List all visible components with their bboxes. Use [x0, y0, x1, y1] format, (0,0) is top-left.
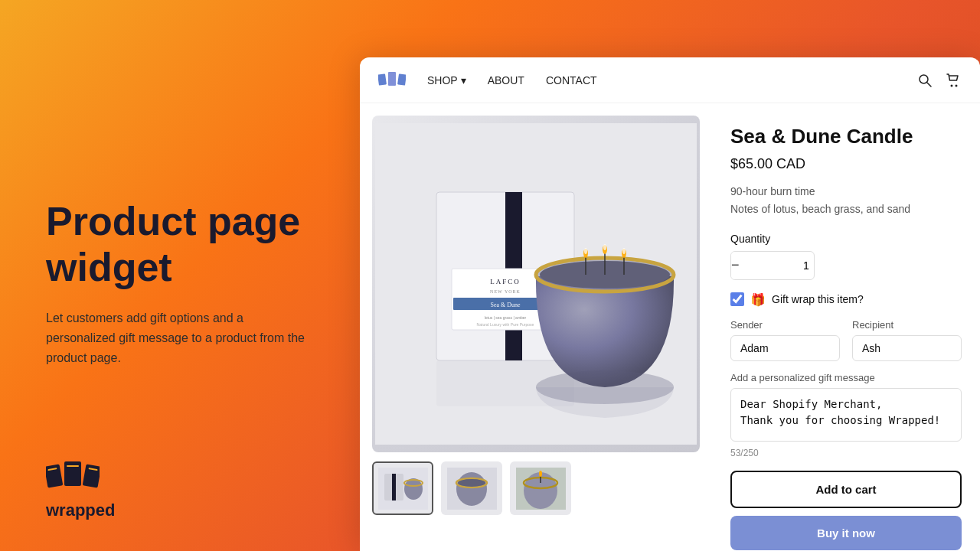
nav-icons	[917, 72, 962, 89]
search-button[interactable]	[917, 73, 933, 88]
buy-now-button[interactable]: Buy it now	[730, 516, 962, 550]
svg-text:LAFCO: LAFCO	[490, 278, 521, 285]
svg-rect-0	[46, 464, 63, 487]
recipient-input[interactable]	[852, 335, 962, 361]
thumbnails	[372, 461, 700, 515]
recipient-label: Recipient	[852, 319, 962, 331]
browser-window: SHOP ▾ ABOUT CONTACT	[360, 57, 980, 551]
svg-point-11	[951, 84, 953, 86]
chevron-down-icon: ▾	[461, 74, 466, 86]
nav-links: SHOP ▾ ABOUT CONTACT	[427, 74, 917, 86]
product-details: Sea & Dune Candle $65.00 CAD 90-hour bur…	[712, 103, 980, 551]
sender-input[interactable]	[730, 335, 840, 361]
hero-title: Product page widget	[46, 199, 314, 291]
svg-text:NEW YORK: NEW YORK	[490, 289, 521, 294]
product-description: 90-hour burn time Notes of lotus, beach …	[730, 183, 962, 217]
svg-point-9	[920, 75, 928, 83]
left-panel: Product page widget Let customers add gi…	[0, 0, 360, 551]
svg-point-32	[603, 244, 606, 250]
nav-contact-link[interactable]: CONTACT	[546, 74, 597, 86]
search-icon	[917, 73, 933, 88]
svg-rect-1	[64, 461, 81, 486]
svg-point-29	[584, 248, 587, 254]
logo-area: wrapped	[46, 458, 115, 520]
thumbnail-3[interactable]	[510, 461, 571, 515]
product-image-svg: LAFCO NEW YORK Sea & Dune lotus | sea gr…	[375, 123, 697, 445]
svg-rect-4	[67, 465, 79, 467]
gift-wrap-label: Gift wrap this item?	[772, 293, 864, 305]
svg-line-10	[927, 83, 931, 86]
char-count: 53/250	[730, 448, 962, 458]
sender-field-group: Sender	[730, 319, 840, 361]
cart-icon	[945, 72, 962, 89]
svg-rect-39	[392, 474, 396, 500]
svg-rect-7	[388, 72, 396, 86]
nav-shop-link[interactable]: SHOP ▾	[427, 74, 466, 86]
notes-text: Notes of lotus, beach grass, and sand	[730, 201, 962, 217]
svg-point-40	[404, 478, 423, 500]
quantity-control: − +	[730, 251, 815, 280]
main-content: LAFCO NEW YORK Sea & Dune lotus | sea gr…	[360, 103, 980, 551]
cart-button[interactable]	[945, 72, 962, 89]
recipient-field-group: Recipient	[852, 319, 962, 361]
gift-wrap-checkbox[interactable]	[730, 292, 744, 306]
thumbnail-1[interactable]	[372, 461, 433, 515]
navigation: SHOP ▾ ABOUT CONTACT	[360, 57, 980, 103]
wrapped-logo-icon	[46, 458, 100, 496]
product-title: Sea & Dune Candle	[730, 125, 962, 148]
hero-description: Let customers add gift options and a per…	[46, 308, 306, 367]
quantity-decrease-button[interactable]: −	[731, 252, 740, 279]
svg-point-35	[622, 248, 626, 254]
svg-text:lotus | sea grass | amber: lotus | sea grass | amber	[485, 315, 527, 320]
gift-wrap-row: 🎁 Gift wrap this item?	[730, 292, 962, 307]
thumbnail-2[interactable]	[441, 461, 502, 515]
gift-message-textarea[interactable]: Dear Shopify Merchant, Thank you for cho…	[730, 388, 962, 442]
svg-text:Sea & Dune: Sea & Dune	[490, 302, 521, 308]
svg-point-45	[458, 479, 485, 487]
quantity-input[interactable]	[740, 259, 815, 272]
svg-rect-8	[397, 73, 406, 85]
product-price: $65.00 CAD	[730, 156, 962, 172]
shop-logo-icon	[378, 71, 406, 90]
burn-time-text: 90-hour burn time	[730, 183, 962, 200]
svg-rect-6	[378, 73, 387, 85]
svg-text:Natural Luxury with Pure Purpo: Natural Luxury with Pure Purpose	[477, 322, 534, 327]
nav-about-link[interactable]: ABOUT	[488, 74, 524, 86]
wrapped-logo-label: wrapped	[46, 500, 115, 520]
svg-rect-2	[83, 464, 100, 487]
gift-emoji: 🎁	[750, 292, 766, 307]
quantity-label: Quantity	[730, 233, 962, 245]
svg-point-12	[956, 84, 958, 86]
main-product-image: LAFCO NEW YORK Sea & Dune lotus | sea gr…	[372, 116, 700, 452]
svg-point-43	[456, 472, 487, 506]
nav-logo	[378, 71, 406, 90]
product-image-area: LAFCO NEW YORK Sea & Dune lotus | sea gr…	[360, 103, 712, 551]
sender-recipient-row: Sender Recipient	[730, 319, 962, 361]
svg-point-50	[539, 471, 542, 477]
sender-label: Sender	[730, 319, 840, 331]
gift-message-label: Add a personalized gift message	[730, 372, 962, 383]
add-to-cart-button[interactable]: Add to cart	[730, 471, 962, 508]
